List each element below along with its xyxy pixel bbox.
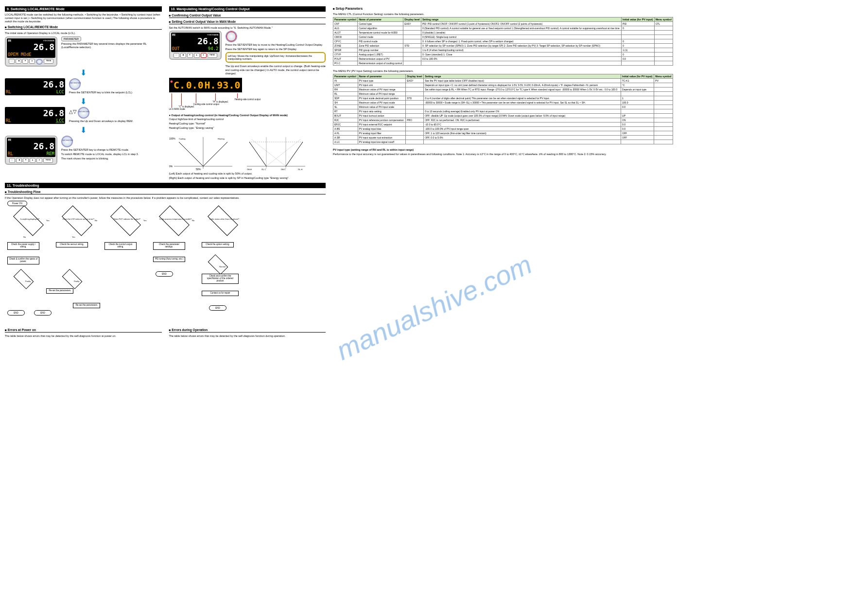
bar-lbl-2: Cooling-side control output bbox=[193, 103, 220, 105]
table-cell: PV input burnout action bbox=[358, 114, 406, 118]
out-lbl: OUT bbox=[172, 46, 180, 51]
parameter-btn[interactable]: PARA bbox=[44, 59, 53, 64]
pv-value-1: 26.8 bbox=[6, 79, 64, 89]
fc-optcheck: Check the option setting. bbox=[202, 242, 234, 247]
table-cell bbox=[424, 92, 621, 96]
table-cell: EASY bbox=[403, 22, 421, 26]
table-header: Setting range bbox=[421, 18, 621, 22]
table-cell: PRO bbox=[406, 118, 424, 123]
table-cell bbox=[406, 123, 424, 127]
table-cell: RL bbox=[333, 92, 358, 96]
table-cell: 0: Open (standard) 1: Close bbox=[421, 53, 621, 57]
step4-text: Press the SET/ENTER key to change to REM… bbox=[61, 148, 162, 152]
b1[interactable]: ⬚ bbox=[9, 158, 15, 163]
ohc-graph-energy: OL.C OH.C OH.H OL.H bbox=[242, 132, 310, 171]
table-cell bbox=[621, 109, 654, 114]
table-cell: PID: PID control ONOF: ON/OFF control (1… bbox=[421, 22, 621, 26]
ohc-case-1: Heating/Cooling type: "Energy saving" bbox=[169, 126, 326, 130]
c2[interactable]: ◀ bbox=[180, 53, 186, 58]
table-cell: 0 (disable) 1 (enable) bbox=[421, 31, 621, 35]
step10-2: The Up and Down arrowkeys enable the con… bbox=[226, 65, 326, 75]
display-btn[interactable]: ⬚ bbox=[9, 59, 15, 64]
table-cell: -100.0 to 100.0% of PV input range span bbox=[424, 127, 621, 131]
pv-value-3: 26.8 bbox=[8, 141, 54, 151]
back-text: To switch REMOTE mode to LOCAL mode, dis… bbox=[61, 153, 162, 156]
table-cell bbox=[654, 35, 673, 39]
table-cell: PV analog input filter bbox=[358, 131, 406, 136]
table-header: Display level bbox=[406, 74, 424, 79]
b4[interactable]: ▲ bbox=[30, 158, 35, 163]
leader-4 bbox=[215, 93, 216, 101]
table-row: A.SRPV input square root extractionOFF, … bbox=[333, 136, 673, 140]
table-cell: OFF bbox=[621, 131, 654, 136]
table-cell bbox=[406, 83, 424, 88]
fc-q3: Does OUT indicate the output? bbox=[110, 205, 141, 236]
c6[interactable]: PARA bbox=[208, 53, 217, 58]
table-cell: ALG bbox=[333, 26, 358, 31]
table-cell: OFF bbox=[621, 136, 654, 140]
table-cell bbox=[403, 61, 421, 66]
table-cell bbox=[403, 31, 421, 35]
table-cell bbox=[424, 140, 621, 144]
pv-lbl-10: PV bbox=[172, 34, 175, 36]
table-cell: SDP bbox=[333, 96, 358, 101]
bar-lbl-3: "H" is displayed. bbox=[213, 101, 228, 103]
table-cell: TC-K1 bbox=[621, 79, 654, 83]
rl-lbl-1: RL bbox=[6, 89, 11, 94]
table-row: PO.CRetransmission output of cooling con… bbox=[333, 61, 673, 66]
table-row: OTYPAnalog output 1 (RET)0: Open (standa… bbox=[333, 53, 673, 57]
leader-3 bbox=[196, 93, 196, 103]
table-cell: Control mode bbox=[358, 35, 403, 39]
left-btn[interactable]: ◀ bbox=[16, 59, 21, 64]
table-cell: UP bbox=[621, 114, 654, 118]
step1-text: Pressing the PARAMETER key several times… bbox=[61, 42, 162, 49]
table-header: Setting range bbox=[424, 74, 621, 79]
mctl-intro: The MENU CTL (Control Function Setting) … bbox=[333, 13, 673, 16]
table-cell bbox=[406, 92, 424, 96]
table-cell bbox=[654, 88, 673, 92]
c1[interactable]: ⬚ bbox=[174, 53, 179, 58]
ohc-graph-normal: 100% 0% 50% Cooling Heating bbox=[169, 132, 237, 171]
svg-text:OL.C: OL.C bbox=[261, 168, 266, 171]
svg-text:100%: 100% bbox=[169, 137, 175, 140]
table-cell: See the PV input type table below (OFF d… bbox=[424, 79, 621, 83]
table-row: CNTControl typeEASYPID: PID control ONOF… bbox=[333, 22, 673, 26]
b2[interactable]: ◀ bbox=[16, 158, 22, 163]
set-enter-btn[interactable] bbox=[36, 59, 43, 65]
c3[interactable]: ▼ bbox=[187, 53, 193, 58]
operr-intro: The table below shows errors that may be… bbox=[169, 334, 326, 338]
leader-2 bbox=[181, 93, 182, 105]
table-cell: CTL bbox=[654, 22, 673, 26]
table-cell: OFF, 0.0 to 5.0% bbox=[424, 136, 621, 140]
table-header: Display level bbox=[403, 18, 421, 22]
b3[interactable]: ▼ bbox=[23, 158, 29, 163]
table-cell bbox=[406, 140, 424, 144]
table-cell: PID control mode bbox=[358, 39, 403, 44]
c5[interactable]: ● bbox=[201, 53, 207, 58]
fc-outputcheck: Check the control output wiring. bbox=[104, 242, 137, 250]
table-cell: Minimum value of PV input range bbox=[358, 92, 406, 96]
down-btn[interactable]: ▼ bbox=[22, 59, 28, 64]
table-cell: 0 (SINGLE): Single-loop control bbox=[421, 35, 621, 39]
table-cell: 0: SP selection by SP number (SPNO) 1: Z… bbox=[421, 44, 621, 48]
table-cell: PV analog input low-signal cutoff bbox=[358, 140, 406, 144]
table-cell: -10.0 to 60.0°C bbox=[424, 123, 621, 127]
section-10-header: 10. Manipulating Heating/Cooling Control… bbox=[169, 6, 326, 12]
b6[interactable]: PARA bbox=[43, 158, 53, 163]
table-row: A.FLPV analog input filterOFF, 1 to 120 … bbox=[333, 131, 673, 136]
table-cell bbox=[403, 57, 421, 61]
table-cell bbox=[621, 35, 654, 39]
table-cell: Analog output 1 (RET) bbox=[358, 53, 403, 57]
c4[interactable]: ▲ bbox=[194, 53, 200, 58]
up-btn[interactable]: ▲ bbox=[29, 59, 35, 64]
b5[interactable]: ● bbox=[36, 158, 42, 163]
pv-lbl-3: PV bbox=[8, 139, 11, 141]
warn-text: Set the AUTO/MAN switch to MAN mode acco… bbox=[169, 26, 326, 30]
arrow-icon-2: ⬇ bbox=[6, 97, 161, 106]
table-cell bbox=[654, 109, 673, 114]
ohc-title: ● Output of heating/cooling control (in … bbox=[169, 114, 326, 117]
table-row: UNITPV input unitDepends on input type •… bbox=[333, 83, 673, 88]
table-cell: BOUT bbox=[333, 114, 358, 118]
table-cell: PV input external RJC setpoint bbox=[358, 123, 406, 127]
table-cell: 1 bbox=[621, 96, 654, 101]
